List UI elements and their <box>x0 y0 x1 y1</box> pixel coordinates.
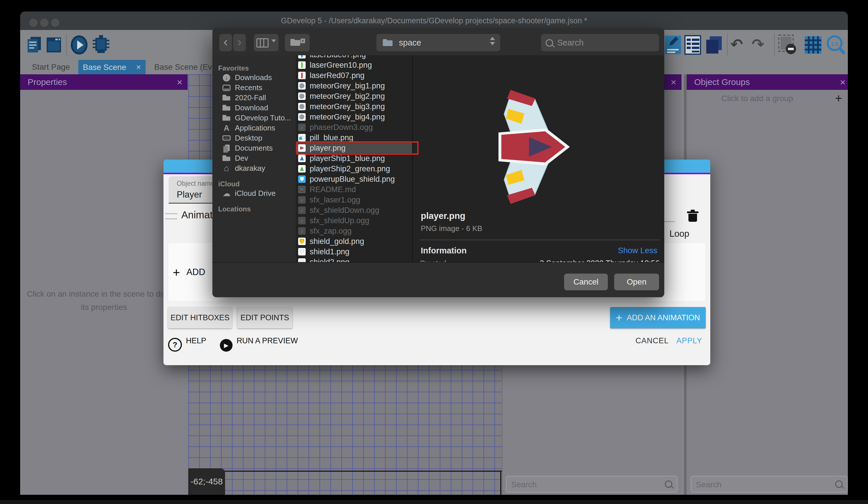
chevron-down-icon <box>271 39 276 42</box>
sidebar-item-icon <box>222 154 231 163</box>
back-button[interactable]: ‹ <box>219 34 232 51</box>
sidebar-item[interactable]: Locations <box>218 205 296 213</box>
search-icon <box>835 480 843 488</box>
help-button[interactable]: ?HELP <box>168 336 206 353</box>
tab-base-scene[interactable]: Base Scene× <box>78 60 146 74</box>
add-frame-button[interactable]: +ADD <box>173 265 205 280</box>
object-groups-search-input[interactable]: Search <box>691 476 848 493</box>
sidebar-item[interactable]: Desktop <box>218 133 296 143</box>
file-row[interactable]: meteorGrey_big2.png <box>296 91 412 101</box>
picker-cancel-button[interactable]: Cancel <box>564 274 608 290</box>
tab-start-page[interactable]: Start Page <box>24 60 78 74</box>
layers-icon[interactable] <box>705 34 723 55</box>
show-less-link[interactable]: Show Less <box>618 246 657 255</box>
play-preview-icon[interactable] <box>71 34 87 56</box>
add-group-hint[interactable]: Click to add a group <box>687 93 828 104</box>
sidebar-item[interactable]: dkarakay <box>218 163 296 173</box>
scene-border-line <box>188 471 521 472</box>
close-icon[interactable]: × <box>177 74 183 90</box>
file-row[interactable]: shield1.png <box>296 246 412 257</box>
file-row[interactable]: sfx_shieldDown.ogg <box>296 205 412 215</box>
file-type-icon <box>298 217 306 224</box>
sidebar-item[interactable]: Download <box>218 103 296 113</box>
mask-icon[interactable] <box>778 34 797 55</box>
preview-filename: player.png <box>421 211 465 221</box>
tab-close-icon[interactable]: × <box>136 62 141 72</box>
file-row[interactable]: laserGreen10.png <box>296 60 412 70</box>
sidebar-item[interactable]: iCloud Drive <box>218 188 296 199</box>
columns-view-icon <box>256 38 269 48</box>
file-row[interactable]: shield2.png <box>296 257 412 262</box>
objects-search-input[interactable]: Search <box>506 476 678 493</box>
sidebar-item[interactable]: Documents <box>218 143 296 153</box>
picker-search-input[interactable]: Search <box>541 34 659 51</box>
sidebar-item[interactable]: GDevelop Tuto... <box>218 113 296 123</box>
edit-hitboxes-button[interactable]: EDIT HITBOXES <box>168 307 232 328</box>
file-type-icon <box>298 186 306 193</box>
sidebar-item[interactable]: iCloud <box>218 180 296 188</box>
close-icon[interactable]: × <box>671 74 676 90</box>
file-row[interactable]: playerShip1_blue.png <box>296 153 412 164</box>
picker-open-button[interactable]: Open <box>614 274 659 290</box>
sidebar-item[interactable]: Applications <box>218 123 296 133</box>
sidebar-item[interactable]: Recents <box>218 83 296 93</box>
run-preview-button[interactable]: ▶RUN A PREVIEW <box>220 336 298 353</box>
object-groups-header: Object Groups × <box>687 74 848 90</box>
file-row[interactable]: sfx_shieldUp.ogg <box>296 215 412 226</box>
file-row[interactable]: meteorGrey_big3.png <box>296 101 412 112</box>
file-row[interactable]: playerShip2_green.png <box>296 164 412 174</box>
sidebar-item-icon <box>222 144 231 153</box>
file-row[interactable]: sfx_laser1.ogg <box>296 195 412 205</box>
sidebar-item-icon <box>222 124 231 132</box>
toolbar-separator <box>774 33 775 57</box>
sidebar-item[interactable]: 2020-Fall <box>218 93 296 103</box>
file-row[interactable]: phaserDown3.ogg <box>296 122 412 132</box>
file-row[interactable]: meteorGrey_big4.png <box>296 112 412 122</box>
preview-file-meta: PNG image - 6 KB <box>421 224 482 233</box>
edit-points-button[interactable]: EDIT POINTS <box>237 307 292 328</box>
edit-scene-icon[interactable] <box>665 34 681 55</box>
play-icon: ▶ <box>220 339 232 352</box>
folder-dropdown[interactable]: space <box>376 34 500 51</box>
drag-handle-icon[interactable] <box>165 213 177 220</box>
add-group-button[interactable]: + <box>835 93 842 104</box>
delete-animation-icon[interactable] <box>688 210 698 221</box>
file-type-icon <box>298 113 306 121</box>
plus-icon: + <box>173 265 180 279</box>
svg-text:1:1: 1:1 <box>831 41 838 47</box>
toolbar-separator <box>727 33 727 57</box>
file-row[interactable]: laserRed07.png <box>296 70 412 81</box>
file-row[interactable]: shield_gold.png <box>296 236 412 246</box>
add-animation-button[interactable]: +ADD AN ANIMATION <box>610 307 706 328</box>
sidebar-item[interactable]: Dev <box>218 153 296 163</box>
apply-button[interactable]: APPLY <box>676 336 702 345</box>
new-folder-icon <box>290 39 300 47</box>
file-row[interactable]: sfx_zap.ogg <box>296 226 412 236</box>
debug-bug-icon[interactable] <box>92 34 110 56</box>
file-type-icon <box>298 72 306 79</box>
project-manager-icon[interactable] <box>27 34 43 55</box>
file-row[interactable]: README.md <box>296 184 412 195</box>
zoom-1-1-icon[interactable]: 1:1 <box>826 34 846 56</box>
titlebar: GDevelop 5 - /Users/dkarakay/Documents/G… <box>20 11 848 30</box>
sidebar-item[interactable]: Downloads <box>218 73 296 83</box>
cancel-button[interactable]: CANCEL <box>636 336 669 345</box>
close-icon[interactable]: × <box>840 74 846 90</box>
file-type-icon <box>298 206 306 214</box>
file-row[interactable]: laserBlue07.png <box>296 55 412 60</box>
events-list-icon[interactable] <box>684 34 701 55</box>
scene-window-icon[interactable] <box>45 34 62 55</box>
sidebar-item-icon <box>222 104 231 112</box>
sidebar-item[interactable]: Favorites <box>218 64 296 73</box>
redo-icon[interactable]: ↷ <box>752 34 764 55</box>
file-row[interactable]: meteorGrey_big1.png <box>296 81 412 91</box>
object-groups-title: Object Groups <box>694 77 750 87</box>
view-mode-button[interactable] <box>254 34 279 51</box>
new-folder-button[interactable]: + <box>285 34 310 51</box>
folder-icon <box>383 39 393 47</box>
grid-icon[interactable] <box>805 34 822 55</box>
file-row[interactable]: powerupBlue_shield.png <box>296 174 412 184</box>
forward-button[interactable]: › <box>233 34 246 51</box>
sidebar-item-icon <box>222 114 231 122</box>
undo-icon[interactable]: ↶ <box>731 34 743 55</box>
